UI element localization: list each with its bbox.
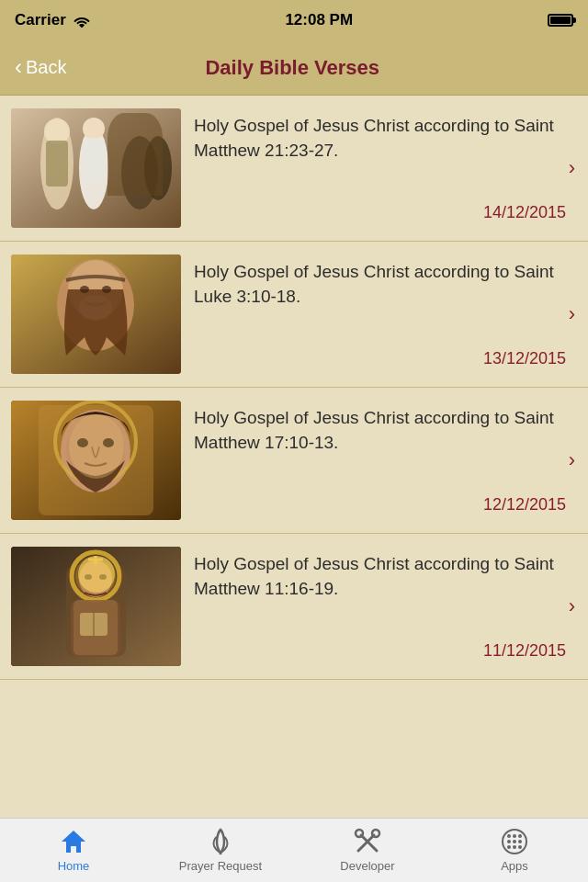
item-thumbnail xyxy=(11,254,181,374)
item-date: 12/12/2015 xyxy=(194,495,566,514)
item-date: 13/12/2015 xyxy=(194,349,566,368)
svg-point-52 xyxy=(513,845,516,849)
back-chevron-icon: ‹ xyxy=(15,56,22,78)
svg-point-16 xyxy=(79,295,112,321)
svg-point-37 xyxy=(85,574,92,580)
status-bar: Carrier 12:08 PM xyxy=(0,0,588,40)
item-content: Holy Gospel of Jesus Christ according to… xyxy=(181,254,577,374)
thumbnail-image-2 xyxy=(11,254,181,374)
carrier-label: Carrier xyxy=(15,11,90,29)
svg-rect-19 xyxy=(39,405,153,515)
svg-point-53 xyxy=(518,845,522,849)
svg-point-23 xyxy=(77,438,88,447)
item-thumbnail xyxy=(11,401,181,520)
item-title: Holy Gospel of Jesus Christ according to… xyxy=(194,260,566,342)
svg-point-14 xyxy=(80,286,89,293)
item-date: 11/12/2015 xyxy=(194,641,566,661)
item-thumbnail xyxy=(11,108,181,228)
thumbnail-image-3 xyxy=(11,401,181,520)
svg-point-15 xyxy=(102,286,111,293)
item-title: Holy Gospel of Jesus Christ according to… xyxy=(194,552,566,634)
home-icon xyxy=(60,828,87,855)
page-title: Daily Bible Verses xyxy=(66,56,518,80)
navigation-bar: ‹ Back Daily Bible Verses xyxy=(0,40,588,96)
tab-apps[interactable]: Apps xyxy=(441,819,588,882)
item-content: Holy Gospel of Jesus Christ according to… xyxy=(181,108,577,228)
svg-point-43 xyxy=(356,830,363,837)
svg-marker-39 xyxy=(62,831,85,853)
tab-developer[interactable]: Developer xyxy=(294,819,441,882)
tab-prayer[interactable]: Prayer Request xyxy=(147,819,294,882)
item-content: Holy Gospel of Jesus Christ according to… xyxy=(181,547,577,666)
battery-icon xyxy=(548,14,573,27)
svg-point-30 xyxy=(79,560,112,597)
list-item[interactable]: Holy Gospel of Jesus Christ according to… xyxy=(0,388,588,534)
tab-developer-label: Developer xyxy=(340,859,394,873)
tab-home[interactable]: Home xyxy=(0,819,147,882)
svg-rect-4 xyxy=(46,141,68,187)
chevron-right-icon: › xyxy=(569,448,575,472)
svg-point-47 xyxy=(518,834,522,838)
item-content: Holy Gospel of Jesus Christ according to… xyxy=(181,401,577,520)
item-date: 14/12/2015 xyxy=(194,203,566,222)
tab-bar: Home Prayer Request Developer xyxy=(0,818,588,882)
svg-rect-7 xyxy=(83,138,105,182)
chevron-right-icon: › xyxy=(569,156,575,180)
svg-point-29 xyxy=(75,556,116,596)
back-label: Back xyxy=(26,57,66,78)
chevron-right-icon: › xyxy=(569,302,575,326)
list-item[interactable]: Holy Gospel of Jesus Christ according to… xyxy=(0,96,588,242)
svg-point-50 xyxy=(518,840,522,843)
list-item[interactable]: Holy Gospel of Jesus Christ according to… xyxy=(0,534,588,680)
content-list: Holy Gospel of Jesus Christ according to… xyxy=(0,96,588,818)
svg-point-45 xyxy=(507,834,511,838)
item-title: Holy Gospel of Jesus Christ according to… xyxy=(194,114,566,196)
svg-point-8 xyxy=(121,136,158,209)
thumbnail-image-4 xyxy=(11,547,181,666)
developer-icon xyxy=(354,828,381,855)
svg-point-46 xyxy=(513,834,516,838)
svg-point-9 xyxy=(144,136,172,200)
tab-apps-label: Apps xyxy=(501,859,528,873)
svg-point-3 xyxy=(44,119,70,144)
svg-point-51 xyxy=(507,845,511,849)
item-title: Holy Gospel of Jesus Christ according to… xyxy=(194,406,566,488)
battery-area xyxy=(548,14,573,27)
svg-point-38 xyxy=(99,574,107,580)
svg-point-48 xyxy=(507,840,511,843)
time-display: 12:08 PM xyxy=(285,11,353,29)
svg-point-49 xyxy=(513,840,516,843)
svg-point-6 xyxy=(83,118,105,140)
prayer-icon xyxy=(207,828,234,855)
back-button[interactable]: ‹ Back xyxy=(15,57,66,78)
wifi-icon xyxy=(74,15,90,28)
tab-prayer-label: Prayer Request xyxy=(179,859,262,873)
apps-icon xyxy=(501,828,528,855)
chevron-right-icon: › xyxy=(569,594,575,618)
item-thumbnail xyxy=(11,547,181,666)
thumbnail-image-1 xyxy=(11,108,181,228)
tab-home-label: Home xyxy=(58,859,90,873)
svg-point-41 xyxy=(372,830,379,837)
svg-point-24 xyxy=(103,438,114,447)
list-item[interactable]: Holy Gospel of Jesus Christ according to… xyxy=(0,242,588,388)
